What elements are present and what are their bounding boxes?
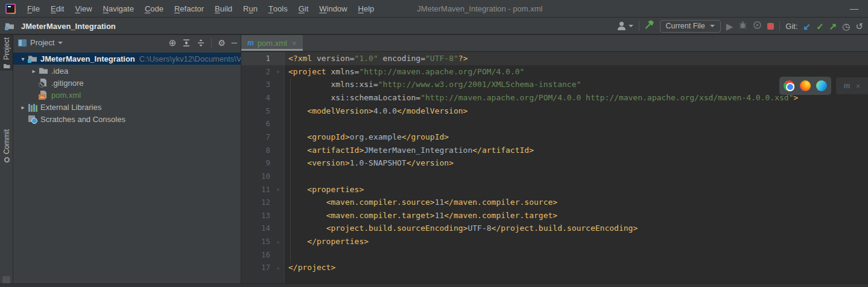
- collaborate-button[interactable]: [617, 22, 633, 30]
- run-coverage-button[interactable]: [753, 21, 762, 32]
- line-number: 9: [241, 156, 270, 170]
- code-token: 11: [435, 198, 445, 207]
- tab-pom-xml[interactable]: m pom.xml ×: [241, 35, 303, 51]
- code-editor[interactable]: 1<?xml version="1.0" encoding="UTF-8"?>2…: [241, 52, 868, 283]
- fold-marker-close[interactable]: ▵: [273, 261, 283, 274]
- project-breadcrumb[interactable]: JMeterMaven_Integration: [5, 18, 116, 34]
- code-line-11[interactable]: <properties>: [288, 183, 364, 196]
- menu-file[interactable]: File: [22, 0, 45, 17]
- code-token: version=: [317, 54, 355, 63]
- tree-item-label: External Libraries: [40, 103, 101, 112]
- debug-button[interactable]: [738, 21, 747, 32]
- menu-label-part: R: [243, 4, 249, 13]
- chrome-icon[interactable]: [784, 80, 794, 91]
- code-line-3[interactable]: xmlns:xsi="http://www.w3.org/2001/XMLSch…: [288, 78, 581, 91]
- tree-item-external-libraries[interactable]: ▸External Libraries: [13, 101, 241, 113]
- maven-reload-widget[interactable]: m ×: [836, 77, 868, 94]
- code-line-4[interactable]: xsi:schemaLocation="http://maven.apache.…: [288, 91, 798, 105]
- code-line-2[interactable]: <project xmlns="http://maven.apache.org/…: [288, 65, 524, 79]
- locate-file-button[interactable]: ⊕: [169, 37, 177, 48]
- menu-edit[interactable]: Edit: [45, 0, 69, 17]
- line-number: 17: [241, 261, 270, 274]
- code-line-12[interactable]: <maven.compiler.source>11</maven.compile…: [288, 196, 557, 209]
- close-tab-icon[interactable]: ×: [292, 39, 297, 48]
- expand-all-button[interactable]: [182, 39, 191, 47]
- tree-item-jmetermaven-integration[interactable]: ▾JMeterMaven_IntegrationC:\Users\ykv12\D…: [13, 53, 241, 65]
- menu-mnemonic: G: [299, 4, 305, 13]
- fold-marker-open[interactable]: ▿: [273, 65, 283, 79]
- fold-marker-open[interactable]: ▿: [273, 183, 283, 196]
- code-line-15[interactable]: </properties>: [288, 235, 369, 248]
- chevron-right-icon[interactable]: ▸: [29, 68, 39, 74]
- chevron-right-icon[interactable]: ▸: [18, 104, 28, 111]
- code-line-1[interactable]: <?xml version="1.0" encoding="UTF-8"?>: [288, 52, 467, 65]
- run-configuration-select[interactable]: Current File: [660, 20, 721, 33]
- maven-file-icon: [39, 90, 48, 100]
- code-line-5[interactable]: <modelVersion>4.0.0</modelVersion>: [288, 105, 467, 118]
- code-line-13[interactable]: <maven.compiler.target>11</maven.compile…: [288, 209, 557, 222]
- tree-item-scratches-and-consoles[interactable]: Scratches and Consoles: [13, 113, 241, 125]
- tree-item-gitignore[interactable]: .gitignore: [13, 77, 241, 89]
- run-button[interactable]: ▶: [726, 22, 733, 31]
- chevron-down-icon[interactable]: [58, 42, 63, 44]
- stop-button[interactable]: [767, 23, 774, 30]
- git-update-button[interactable]: ↙: [803, 22, 811, 31]
- code-token: xmlns:xsi=: [331, 80, 378, 89]
- code-line-7[interactable]: <groupId>org.example</groupId>: [288, 131, 449, 144]
- code-line-9[interactable]: <version>1.0-SNAPSHOT</version>: [288, 156, 454, 170]
- code-token: [288, 80, 331, 89]
- project-folder-icon: [5, 21, 14, 31]
- menu-label-part: avigate: [109, 4, 134, 13]
- menu-git[interactable]: Git: [293, 0, 314, 17]
- settings-gear-button[interactable]: ⚙: [218, 38, 226, 48]
- code-token: <artifactId>: [307, 146, 364, 155]
- code-line-14[interactable]: <project.build.sourceEncoding>UTF-8</pro…: [288, 222, 638, 235]
- menu-window[interactable]: Window: [314, 0, 352, 17]
- tree-item-pom-xml[interactable]: pom.xml: [13, 89, 241, 101]
- git-commit-button[interactable]: ✓: [816, 22, 824, 31]
- stripe-button-project[interactable]: Project: [0, 35, 13, 71]
- menu-tools[interactable]: Tools: [263, 0, 293, 17]
- menu-run[interactable]: Run: [238, 0, 263, 17]
- code-token: <groupId>: [307, 132, 349, 141]
- project-panel-actions: ⊕ ⚙ ─: [169, 37, 237, 48]
- firefox-icon[interactable]: [800, 80, 811, 91]
- rollback-button[interactable]: ↺: [855, 22, 863, 31]
- code-token: 11: [435, 211, 445, 220]
- menu-help[interactable]: Help: [353, 0, 380, 17]
- menu-code[interactable]: Code: [139, 0, 169, 17]
- code-token: </maven.compiler.target>: [444, 211, 557, 220]
- tree-item-label: JMeterMaven_Integration: [40, 54, 135, 63]
- line-number: 15: [241, 235, 270, 248]
- build-project-button[interactable]: [645, 20, 654, 32]
- line-number: 7: [241, 131, 270, 144]
- menu-refactor[interactable]: Refactor: [169, 0, 209, 17]
- code-line-17[interactable]: </project>: [288, 261, 335, 274]
- code-token: "http://www.w3.org/2001/XMLSchema-instan…: [378, 80, 581, 89]
- menu-view[interactable]: View: [69, 0, 97, 17]
- menu-navigate[interactable]: Navigate: [98, 0, 139, 17]
- line-number: 3: [241, 78, 270, 91]
- libraries-icon: [28, 102, 37, 112]
- tree-item-label: .idea: [51, 66, 68, 76]
- hide-panel-button[interactable]: ─: [232, 38, 237, 47]
- close-icon[interactable]: ×: [856, 82, 861, 91]
- line-number: 2: [241, 65, 270, 79]
- ide-window: FileEditViewNavigateCodeRefactorBuildRun…: [0, 0, 868, 287]
- tree-item-idea[interactable]: ▸.idea: [13, 65, 241, 77]
- fold-marker-close[interactable]: ▵: [273, 235, 283, 248]
- edge-icon[interactable]: [816, 80, 827, 91]
- toolbar-actions: Current File ▶ Git: ↙ ✓ ↗: [617, 18, 863, 34]
- collapse-all-button[interactable]: [197, 39, 205, 47]
- stripe-button-commit[interactable]: Commit: [0, 127, 13, 165]
- code-token: [288, 237, 307, 246]
- code-line-8[interactable]: <artifactId>JMeterMaven_Integration</art…: [288, 144, 534, 157]
- chevron-down-icon[interactable]: ▾: [18, 56, 28, 62]
- code-token: [288, 132, 307, 141]
- project-panel-title[interactable]: Project: [30, 38, 54, 47]
- menu-build[interactable]: Build: [209, 0, 238, 17]
- git-push-button[interactable]: ↗: [829, 22, 837, 31]
- history-button[interactable]: ◷: [842, 22, 850, 31]
- folder-icon: [39, 66, 48, 76]
- minimize-button[interactable]: —: [850, 4, 858, 13]
